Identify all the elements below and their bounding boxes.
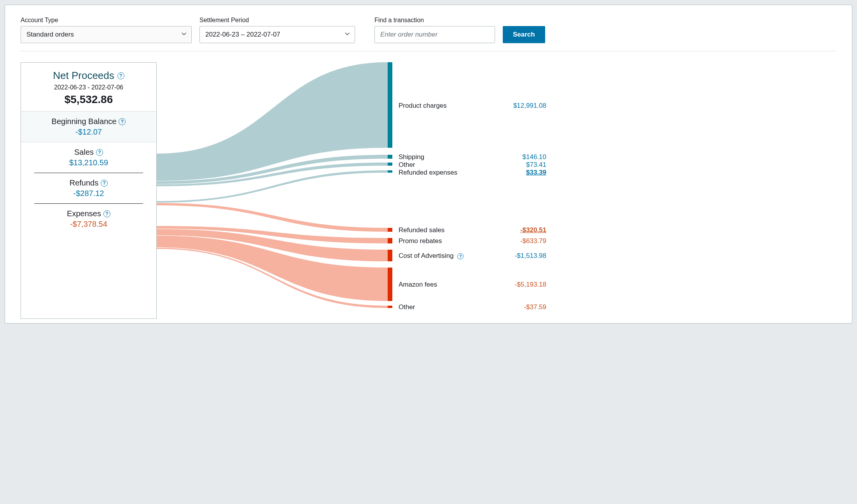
expenses-label: Expenses ? xyxy=(67,209,110,218)
filter-bar: Account Type Standard orders Settlement … xyxy=(21,17,836,51)
breakdown-value: $12,991.08 xyxy=(513,102,546,110)
chevron-down-icon xyxy=(181,31,187,38)
breakdown-product-charges[interactable]: Product charges $12,991.08 xyxy=(399,102,546,110)
breakdown-value: -$1,513.98 xyxy=(515,252,546,260)
search-button[interactable]: Search xyxy=(503,26,545,43)
account-type-value: Standard orders xyxy=(26,31,74,38)
settlement-period-value: 2022-06-23 – 2022-07-07 xyxy=(205,31,280,38)
help-icon[interactable]: ? xyxy=(117,72,124,79)
breakdown-label: Other xyxy=(399,303,415,311)
card-title-text: Net Proceeds xyxy=(53,70,114,82)
settlement-period-field: Settlement Period 2022-06-23 – 2022-07-0… xyxy=(199,17,355,43)
breakdown-cost-advertising[interactable]: Cost of Advertising ? -$1,513.98 xyxy=(399,252,546,260)
refunds-label-text: Refunds xyxy=(70,178,99,187)
breakdown-label: Cost of Advertising ? xyxy=(399,252,463,260)
node-product-charges xyxy=(388,62,392,148)
node-refunded-expenses xyxy=(388,170,392,173)
breakdown-value[interactable]: $33.39 xyxy=(526,169,546,177)
breakdown-amazon-fees[interactable]: Amazon fees -$5,193.18 xyxy=(399,281,546,289)
refunds-label: Refunds ? xyxy=(70,178,108,187)
help-icon[interactable]: ? xyxy=(119,118,126,125)
node-amazon-fees xyxy=(388,268,392,301)
breakdown-value[interactable]: -$320.51 xyxy=(520,226,546,234)
breakdown-value: -$37.59 xyxy=(524,303,546,311)
breakdown-label: Refunded expenses xyxy=(399,169,457,177)
sales-label-text: Sales xyxy=(74,148,94,157)
beginning-balance-row[interactable]: Beginning Balance ? -$12.07 xyxy=(21,111,156,142)
net-proceeds-amount: $5,532.86 xyxy=(25,93,152,106)
refunds-row[interactable]: Refunds ? -$287.12 xyxy=(21,173,156,203)
settlement-period-select[interactable]: 2022-06-23 – 2022-07-07 xyxy=(199,26,355,43)
node-promo-rebates xyxy=(388,238,392,243)
expenses-row[interactable]: Expenses ? -$7,378.54 xyxy=(21,204,156,234)
help-icon[interactable]: ? xyxy=(103,210,110,217)
breakdown-other-in[interactable]: Other $73.41 xyxy=(399,161,546,169)
breakdown-label: Shipping xyxy=(399,153,424,161)
card-title: Net Proceeds ? xyxy=(53,70,124,82)
node-refunded-sales xyxy=(388,228,392,232)
card-header: Net Proceeds ? 2022-06-23 - 2022-07-06 $… xyxy=(21,63,156,111)
card-date-range: 2022-06-23 - 2022-07-06 xyxy=(25,84,152,91)
breakdown-value: $146.10 xyxy=(523,153,546,161)
sankey-chart: Product charges $12,991.08 Shipping $146… xyxy=(157,62,836,319)
breakdown-value: $73.41 xyxy=(526,161,546,169)
sankey-svg xyxy=(157,62,398,319)
node-other-out xyxy=(388,306,392,308)
find-transaction-field: Find a transaction xyxy=(374,17,495,43)
breakdown-value: -$633.79 xyxy=(520,237,546,245)
breakdown-shipping[interactable]: Shipping $146.10 xyxy=(399,153,546,161)
account-type-select[interactable]: Standard orders xyxy=(21,26,192,43)
sales-value: $13,210.59 xyxy=(25,158,152,167)
beginning-balance-value: -$12.07 xyxy=(25,128,152,136)
order-number-input[interactable] xyxy=(374,26,495,43)
breakdown-refunded-sales[interactable]: Refunded sales -$320.51 xyxy=(399,226,546,234)
breakdown-label: Promo rebates xyxy=(399,237,442,245)
breakdown-label: Other xyxy=(399,161,415,169)
account-type-label: Account Type xyxy=(21,17,192,24)
account-type-field: Account Type Standard orders xyxy=(21,17,192,43)
node-shipping xyxy=(388,155,392,159)
beginning-balance-label-text: Beginning Balance xyxy=(52,117,117,126)
settlement-period-label: Settlement Period xyxy=(199,17,355,24)
flow-sales-product-charges xyxy=(157,62,388,181)
breakdown-value: -$5,193.18 xyxy=(515,281,546,289)
breakdown-label: Product charges xyxy=(399,102,447,110)
breakdown-other-out[interactable]: Other -$37.59 xyxy=(399,303,546,311)
beginning-balance-label: Beginning Balance ? xyxy=(52,117,126,126)
net-proceeds-card: Net Proceeds ? 2022-06-23 - 2022-07-06 $… xyxy=(21,62,157,319)
sales-label: Sales ? xyxy=(74,148,103,157)
help-icon[interactable]: ? xyxy=(101,180,108,187)
refunds-value: -$287.12 xyxy=(25,189,152,198)
node-cost-advertising xyxy=(388,250,392,261)
sales-row[interactable]: Sales ? $13,210.59 xyxy=(21,142,156,173)
help-icon[interactable]: ? xyxy=(96,149,103,156)
expenses-label-text: Expenses xyxy=(67,209,101,218)
breakdown-label: Amazon fees xyxy=(399,281,437,289)
breakdown-refunded-expenses[interactable]: Refunded expenses $33.39 xyxy=(399,169,546,177)
breakdown-promo-rebates[interactable]: Promo rebates -$633.79 xyxy=(399,237,546,245)
chevron-down-icon xyxy=(345,31,350,38)
help-icon[interactable]: ? xyxy=(457,253,463,259)
settlement-panel: Account Type Standard orders Settlement … xyxy=(5,5,852,324)
breakdown-label: Refunded sales xyxy=(399,226,444,234)
breakdown-label-text: Cost of Advertising xyxy=(399,252,454,259)
find-transaction-label: Find a transaction xyxy=(374,17,495,24)
node-other-in xyxy=(388,163,392,166)
content-area: Net Proceeds ? 2022-06-23 - 2022-07-06 $… xyxy=(21,62,836,319)
expenses-value: -$7,378.54 xyxy=(25,220,152,229)
